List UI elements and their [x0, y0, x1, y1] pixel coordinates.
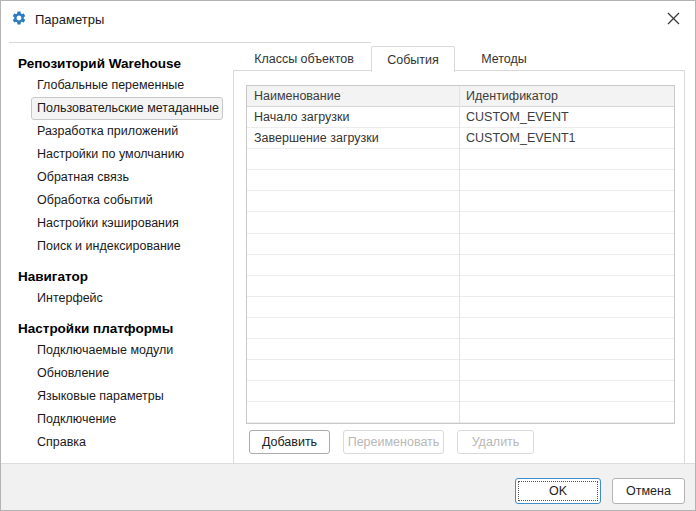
- sidebar-header: Репозиторий Warehouse: [1, 54, 233, 74]
- title-separator: [9, 42, 371, 43]
- delete-button[interactable]: Удалить: [457, 430, 534, 454]
- sidebar-item-feedback[interactable]: Обратная связь: [31, 166, 223, 189]
- sidebar-item-global-variables[interactable]: Глобальные переменные: [31, 74, 223, 97]
- cell-identifier: CUSTOM_EVENT1: [459, 128, 674, 148]
- table-header-row: Наименование Идентификатор: [247, 86, 674, 107]
- gear-icon: [11, 10, 27, 26]
- title-bar: Параметры: [1, 1, 695, 42]
- table-row-empty[interactable]: [247, 212, 674, 233]
- sidebar-item-default-settings[interactable]: Настройки по умолчанию: [31, 143, 223, 166]
- sidebar-item-app-development[interactable]: Разработка приложений: [31, 120, 223, 143]
- sidebar-item-user-metadata[interactable]: Пользовательские метаданные: [31, 97, 223, 120]
- sidebar-item-update[interactable]: Обновление: [31, 362, 223, 385]
- table-empty-rows: [247, 149, 674, 423]
- column-divider: [459, 86, 460, 423]
- table-row-empty[interactable]: [247, 297, 674, 318]
- table-row-empty[interactable]: [247, 381, 674, 402]
- table-row-empty[interactable]: [247, 360, 674, 381]
- sidebar-item-language[interactable]: Языковые параметры: [31, 385, 223, 408]
- table-row-empty[interactable]: [247, 402, 674, 423]
- events-table: Наименование Идентификатор Начало загруз…: [246, 85, 675, 424]
- close-button[interactable]: [659, 5, 687, 31]
- table-row-empty[interactable]: [247, 276, 674, 297]
- table-row[interactable]: Начало загрузки CUSTOM_EVENT: [247, 107, 674, 128]
- sidebar-item-caching[interactable]: Настройки кэширования: [31, 212, 223, 235]
- tab-methods[interactable]: Методы: [464, 46, 544, 71]
- sidebar-item-search-indexing[interactable]: Поиск и индексирование: [31, 235, 223, 258]
- sidebar-item-plugins[interactable]: Подключаемые модули: [31, 339, 223, 362]
- column-header-identifier[interactable]: Идентификатор: [459, 86, 674, 106]
- sidebar-nav: Репозиторий Warehouse Глобальные перемен…: [1, 45, 233, 463]
- cancel-button[interactable]: Отмена: [612, 478, 685, 504]
- sidebar-header: Навигатор: [1, 267, 233, 287]
- rename-button[interactable]: Переименовать: [343, 430, 444, 454]
- table-row[interactable]: Завершение загрузки CUSTOM_EVENT1: [247, 128, 674, 149]
- table-row-empty[interactable]: [247, 149, 674, 170]
- cell-identifier: CUSTOM_EVENT: [459, 107, 674, 127]
- tab-object-classes[interactable]: Классы объектов: [246, 46, 362, 71]
- cell-name: Начало загрузки: [247, 107, 459, 127]
- table-row-empty[interactable]: [247, 191, 674, 212]
- column-header-name[interactable]: Наименование: [247, 86, 459, 106]
- sidebar-section-platform: Настройки платформы Подключаемые модули …: [1, 319, 233, 454]
- table-row-empty[interactable]: [247, 255, 674, 276]
- cell-name: Завершение загрузки: [247, 128, 459, 148]
- close-icon: [667, 12, 680, 25]
- tab-events[interactable]: События: [371, 46, 455, 72]
- add-button[interactable]: Добавить: [249, 430, 330, 454]
- sidebar-item-connection[interactable]: Подключение: [31, 408, 223, 431]
- sidebar-item-help[interactable]: Справка: [31, 431, 223, 454]
- sidebar-header: Настройки платформы: [1, 319, 233, 339]
- table-row-empty[interactable]: [247, 318, 674, 339]
- dialog-footer: OK Отмена: [1, 463, 695, 510]
- sidebar-section-navigator: Навигатор Интерфейс: [1, 267, 233, 310]
- table-row-empty[interactable]: [247, 234, 674, 255]
- sidebar-item-event-handling[interactable]: Обработка событий: [31, 189, 223, 212]
- sidebar-item-interface[interactable]: Интерфейс: [31, 287, 223, 310]
- table-row-empty[interactable]: [247, 170, 674, 191]
- ok-button[interactable]: OK: [515, 478, 601, 504]
- tab-strip: Классы объектов События Методы: [246, 46, 544, 71]
- settings-dialog: Параметры Репозиторий Warehouse Глобальн…: [0, 0, 696, 511]
- sidebar-section-warehouse: Репозиторий Warehouse Глобальные перемен…: [1, 54, 233, 258]
- dialog-title: Параметры: [35, 12, 104, 27]
- table-row-empty[interactable]: [247, 339, 674, 360]
